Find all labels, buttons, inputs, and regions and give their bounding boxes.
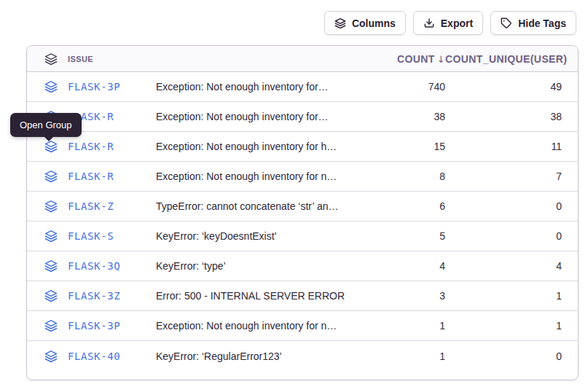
issue-message: Error: 500 - INTERNAL SERVER ERROR	[156, 290, 365, 302]
open-group-tooltip: Open Group	[10, 113, 82, 137]
export-button[interactable]: Export	[413, 11, 483, 35]
issue-link[interactable]: FLASK-3Q	[68, 260, 156, 272]
count-unique-value: 4	[445, 260, 562, 272]
issue-message: TypeError: cannot concatenate ‘str’ an…	[156, 200, 365, 212]
issue-message: Exception: Not enough inventory for n…	[156, 320, 365, 332]
issue-column-stack-icon	[27, 52, 68, 66]
header-issue[interactable]: ISSUE	[68, 55, 156, 63]
open-group-icon[interactable]	[27, 80, 68, 93]
table-row: FLASK-Z TypeError: cannot concatenate ‘s…	[27, 192, 578, 222]
issue-link[interactable]: FLASK-Z	[68, 200, 156, 212]
download-icon	[423, 17, 435, 29]
issue-link[interactable]: FLASK-S	[68, 230, 156, 242]
hide-tags-button-label: Hide Tags	[518, 17, 566, 29]
issue-message: Exception: Not enough inventory for n…	[156, 170, 365, 182]
header-count[interactable]: COUNT↓	[365, 53, 445, 65]
issue-link[interactable]: FLASK-3Z	[68, 290, 156, 302]
issue-message: KeyError: ‘keyDoesntExist’	[156, 230, 365, 242]
columns-button-label: Columns	[352, 17, 396, 29]
header-count-unique[interactable]: COUNT_UNIQUE(USER)	[445, 53, 562, 65]
count-value: 6	[365, 200, 445, 212]
table-row: FLASK-3P Exception: Not enough inventory…	[27, 72, 578, 102]
issue-link[interactable]: FLASK-R	[68, 141, 156, 152]
count-unique-value: 1	[445, 320, 562, 332]
issue-message: Exception: Not enough inventory for…	[156, 81, 365, 93]
count-value: 1	[365, 350, 445, 362]
table-row: FLASK-40 KeyError: ‘RegularError123’ 1 0	[27, 341, 578, 371]
count-unique-value: 0	[445, 200, 562, 212]
results-table: ISSUE COUNT↓ COUNT_UNIQUE(USER) FLASK-3P…	[26, 45, 579, 380]
issue-message: KeyError: ‘type’	[156, 260, 365, 272]
sort-desc-icon: ↓	[437, 54, 445, 65]
count-value: 3	[365, 290, 445, 302]
issue-link[interactable]: FLASK-3P	[68, 320, 156, 332]
issue-link[interactable]: FLASK-3P	[68, 81, 156, 93]
table-row: FLASK-3Z Error: 500 - INTERNAL SERVER ER…	[27, 281, 578, 311]
count-value: 5	[365, 230, 445, 242]
table-body: FLASK-3P Exception: Not enough inventory…	[27, 72, 578, 371]
count-value: 15	[365, 141, 445, 152]
table-header-row: ISSUE COUNT↓ COUNT_UNIQUE(USER)	[27, 46, 578, 72]
open-group-tooltip-label: Open Group	[20, 119, 72, 130]
count-unique-value: 49	[445, 81, 562, 93]
open-group-icon[interactable]	[27, 350, 68, 363]
count-unique-value: 11	[445, 141, 562, 152]
count-unique-value: 0	[445, 350, 562, 362]
tag-icon	[501, 17, 512, 29]
stack-layers-icon	[334, 17, 346, 29]
table-row: FLASK-R Exception: Not enough inventory …	[27, 102, 578, 132]
count-value: 8	[365, 170, 445, 182]
open-group-icon[interactable]	[27, 170, 68, 183]
count-value: 1	[365, 320, 445, 332]
table-row: FLASK-R Exception: Not enough inventory …	[27, 162, 578, 192]
issue-link[interactable]: FLASK-40	[68, 350, 156, 362]
table-row: FLASK-3P Exception: Not enough inventory…	[27, 311, 578, 341]
open-group-icon[interactable]	[27, 319, 68, 332]
toolbar: Columns Export Hide Tags	[324, 11, 576, 35]
open-group-icon[interactable]	[27, 289, 68, 302]
count-unique-value: 1	[445, 290, 562, 302]
issue-message: KeyError: ‘RegularError123’	[156, 350, 365, 362]
issue-message: Exception: Not enough inventory for…	[156, 111, 365, 122]
count-value: 38	[365, 111, 445, 122]
table-row: FLASK-S KeyError: ‘keyDoesntExist’ 5 0	[27, 222, 578, 251]
issue-message: Exception: Not enough inventory for h…	[156, 141, 365, 152]
count-value: 740	[365, 81, 445, 93]
count-unique-value: 0	[445, 230, 562, 242]
tooltip-arrow-icon	[44, 136, 54, 146]
export-button-label: Export	[441, 17, 473, 29]
issue-link[interactable]: FLASK-R	[68, 170, 156, 182]
open-group-icon[interactable]	[27, 230, 68, 243]
open-group-icon[interactable]	[27, 200, 68, 213]
header-count-label: COUNT	[397, 53, 435, 65]
hide-tags-button[interactable]: Hide Tags	[490, 11, 576, 35]
columns-button[interactable]: Columns	[324, 11, 406, 35]
open-group-icon[interactable]	[27, 259, 68, 273]
count-unique-value: 38	[445, 111, 562, 122]
count-unique-value: 7	[445, 170, 562, 182]
count-value: 4	[365, 260, 445, 272]
table-row: FLASK-R Exception: Not enough inventory …	[27, 132, 578, 162]
table-row: FLASK-3Q KeyError: ‘type’ 4 4	[27, 251, 578, 281]
